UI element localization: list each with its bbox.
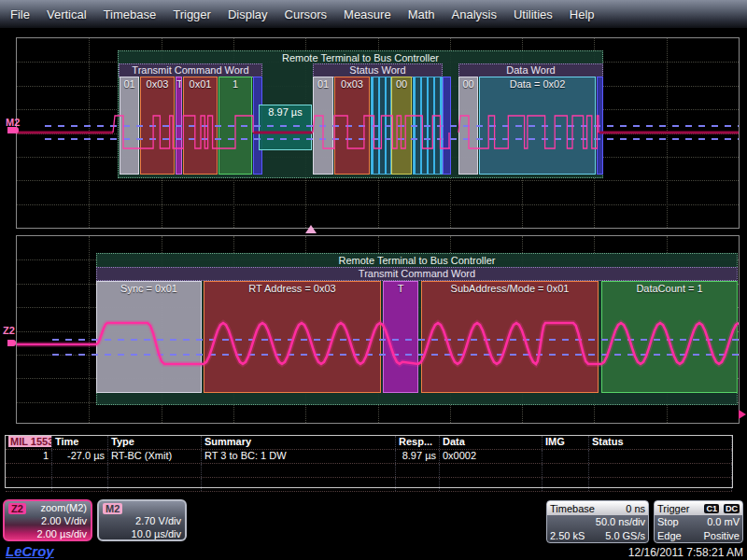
- m2-descriptor-box[interactable]: M2 2.70 V/div 10.0 µs/div: [97, 499, 187, 541]
- col-summary[interactable]: Summary: [202, 436, 396, 449]
- cell-img: [543, 450, 589, 463]
- trigger-mode: Stop: [657, 515, 679, 529]
- table-row-empty[interactable]: [6, 464, 732, 478]
- trigger-slope: Positive: [703, 529, 740, 543]
- z2-trace-pointer: [7, 340, 16, 346]
- z2-vdiv: 2.00 V/div: [41, 515, 87, 528]
- trigger-type: Edge: [657, 529, 682, 543]
- trigger-title: Trigger: [657, 503, 689, 514]
- cell-summary: RT 3 to BC: 1 DW: [202, 450, 396, 463]
- table-row[interactable]: 1 -27.0 µs RT-BC (Xmit) RT 3 to BC: 1 DW…: [6, 450, 732, 464]
- lecroy-logo: LeCroy: [6, 543, 54, 559]
- menu-cursors[interactable]: Cursors: [285, 7, 328, 21]
- col-type[interactable]: Type: [108, 436, 202, 449]
- menu-trigger[interactable]: Trigger: [173, 7, 211, 21]
- menu-bar: File Vertical Timebase Trigger Display C…: [0, 0, 747, 28]
- trigger-level: 0.0 mV: [707, 515, 740, 529]
- menu-measure[interactable]: Measure: [344, 7, 391, 21]
- menu-utilities[interactable]: Utilities: [514, 7, 553, 21]
- z2-tdiv: 2.00 µs/div: [37, 528, 87, 541]
- bus-protocol-badge[interactable]: MIL 1553: [8, 436, 52, 447]
- trigger-position-marker[interactable]: [305, 225, 317, 233]
- trigger-offscreen-arrow: [739, 410, 746, 419]
- trigger-coupling-badge: DC: [724, 504, 740, 513]
- timebase-scale: 50.0 ns/div: [596, 515, 645, 529]
- m2-vdiv: 2.70 V/div: [135, 515, 181, 528]
- col-data[interactable]: Data: [440, 436, 543, 449]
- m2-trace-pointer: [7, 127, 19, 133]
- cell-time: -27.0 µs: [52, 450, 108, 463]
- main-waveform-grid[interactable]: Remote Terminal to Bus Controller Transm…: [16, 37, 740, 229]
- col-resp[interactable]: Resp...: [396, 436, 440, 449]
- cell-data: 0x0002: [440, 450, 543, 463]
- z2-chip: Z2: [8, 503, 26, 514]
- timebase-samples: 2.50 kS: [550, 529, 585, 543]
- cell-status: [589, 450, 732, 463]
- menu-analysis[interactable]: Analysis: [452, 7, 497, 21]
- z2-descriptor-box[interactable]: Z2 zoom(M2) 2.00 V/div 2.00 µs/div: [3, 499, 92, 541]
- menu-vertical[interactable]: Vertical: [47, 7, 87, 21]
- table-row-empty[interactable]: [6, 478, 732, 492]
- timebase-title: Timebase: [550, 503, 595, 514]
- col-status[interactable]: Status: [589, 436, 732, 449]
- cell-resp: 8.97 µs: [396, 450, 440, 463]
- timebase-offset: 0 ns: [626, 503, 645, 514]
- decode-table: MIL 1553 Time Type Summary Resp... Data …: [5, 435, 733, 488]
- z2-waveform: [17, 236, 739, 423]
- cell-index: 1: [6, 450, 52, 463]
- timebase-box[interactable]: Timebase 0 ns 50.0 ns/div 2.50 kS 5.0 GS…: [546, 500, 649, 543]
- m2-chip: M2: [103, 503, 122, 514]
- z2-trace-label[interactable]: Z2: [3, 325, 15, 336]
- menu-help[interactable]: Help: [570, 7, 595, 21]
- menu-file[interactable]: File: [10, 7, 30, 21]
- menu-display[interactable]: Display: [228, 7, 268, 21]
- col-time[interactable]: Time: [52, 436, 108, 449]
- zoom-waveform-grid[interactable]: Remote Terminal to Bus Controller Transm…: [16, 235, 740, 424]
- menu-math[interactable]: Math: [408, 7, 435, 21]
- oscilloscope-screen: File Vertical Timebase Trigger Display C…: [0, 0, 747, 560]
- datetime-display: 12/16/2011 7:58:21 AM: [628, 546, 743, 559]
- decode-table-header: MIL 1553 Time Type Summary Resp... Data …: [6, 436, 732, 450]
- m2-tdiv: 10.0 µs/div: [132, 528, 181, 541]
- m2-waveform: [17, 38, 739, 228]
- cell-type: RT-BC (Xmit): [108, 450, 202, 463]
- trigger-source-badge: C1: [704, 504, 719, 513]
- timebase-rate: 5.0 GS/s: [605, 529, 645, 543]
- menu-timebase[interactable]: Timebase: [104, 7, 157, 21]
- col-img[interactable]: IMG: [543, 436, 589, 449]
- trigger-box[interactable]: Trigger C1 DC Stop 0.0 mV Edge Positive: [654, 500, 743, 543]
- z2-source: zoom(M2): [40, 502, 87, 515]
